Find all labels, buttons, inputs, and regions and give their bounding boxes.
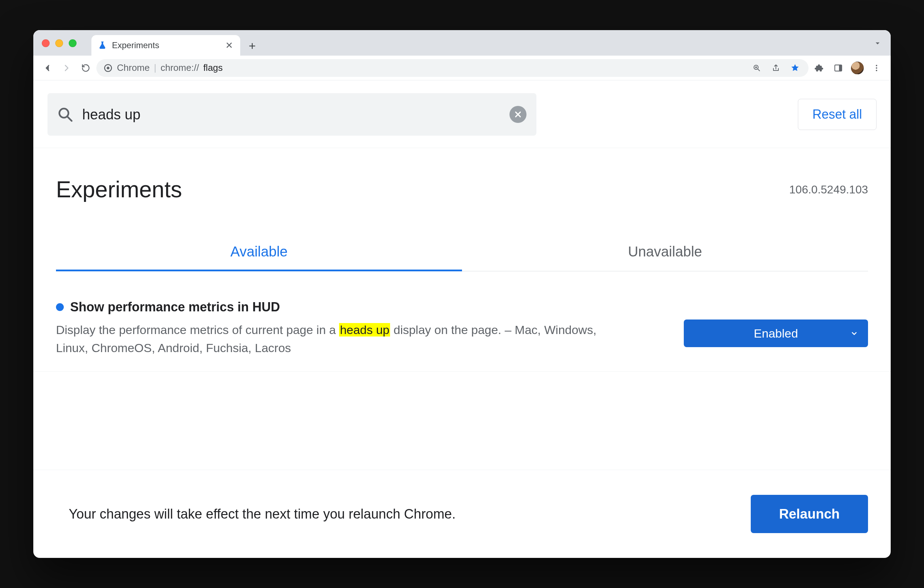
browser-window: Experiments ✕ + Chrome | chrome://flags <box>33 30 891 558</box>
back-icon[interactable] <box>39 59 56 76</box>
share-icon[interactable] <box>769 62 782 74</box>
flag-tabs: Available Unavailable <box>56 234 868 271</box>
tab-unavailable-label: Unavailable <box>628 244 702 259</box>
omnibox[interactable]: Chrome | chrome://flags <box>96 59 808 77</box>
version-text: 106.0.5249.103 <box>789 183 868 196</box>
kebab-menu-icon[interactable] <box>868 59 885 76</box>
flag-title-row: Show performance metrics in HUD <box>56 300 670 315</box>
svg-point-11 <box>876 70 877 71</box>
relaunch-button-label: Relaunch <box>779 507 840 521</box>
flag-search-input[interactable] <box>81 106 501 123</box>
relaunch-button[interactable]: Relaunch <box>751 495 868 533</box>
flag-desc-before: Display the performance metrics of curre… <box>56 323 339 336</box>
flag-text: Show performance metrics in HUD Display … <box>56 300 670 357</box>
svg-point-10 <box>876 67 877 69</box>
omnibox-url-prefix: chrome:// <box>160 63 199 73</box>
close-tab-icon[interactable]: ✕ <box>225 41 233 50</box>
svg-line-13 <box>68 117 72 121</box>
bookmark-star-icon[interactable] <box>789 62 802 74</box>
tab-available-label: Available <box>230 244 288 259</box>
svg-rect-8 <box>839 65 842 71</box>
zoom-icon[interactable] <box>751 62 763 74</box>
flag-state-select[interactable]: Enabled <box>684 320 868 347</box>
tab-unavailable[interactable]: Unavailable <box>462 234 868 271</box>
svg-point-9 <box>876 65 877 66</box>
omnibox-separator: | <box>154 63 156 73</box>
flask-icon <box>98 41 107 50</box>
flag-description: Display the performance metrics of curre… <box>56 321 609 357</box>
reload-icon[interactable] <box>77 59 94 76</box>
titlebar: Experiments ✕ + <box>33 30 891 56</box>
flag-item: Show performance metrics in HUD Display … <box>33 271 891 372</box>
omnibox-url-path: flags <box>203 63 223 73</box>
svg-point-1 <box>107 67 109 69</box>
omnibox-site-label: Chrome <box>117 63 150 73</box>
reset-all-button[interactable]: Reset all <box>798 99 876 130</box>
flag-desc-highlight: heads up <box>339 323 390 336</box>
minimize-window-button[interactable] <box>55 40 63 47</box>
forward-icon <box>58 59 75 76</box>
browser-toolbar: Chrome | chrome://flags <box>33 56 891 81</box>
flag-search-box[interactable] <box>48 93 536 136</box>
tab-title: Experiments <box>112 40 220 50</box>
flag-title: Show performance metrics in HUD <box>70 300 280 315</box>
relaunch-bar: Your changes will take effect the next t… <box>33 470 891 558</box>
chevron-down-icon <box>850 329 859 338</box>
tab-available[interactable]: Available <box>56 234 462 271</box>
omnibox-actions <box>751 62 802 74</box>
maximize-window-button[interactable] <box>69 40 76 47</box>
browser-tab[interactable]: Experiments ✕ <box>91 35 240 56</box>
site-settings-icon[interactable] <box>104 63 113 72</box>
tab-list-chevron-icon[interactable] <box>873 39 882 48</box>
page-content: Reset all Experiments 106.0.5249.103 Ava… <box>33 81 891 558</box>
svg-point-12 <box>59 109 69 118</box>
new-tab-button[interactable]: + <box>244 37 261 54</box>
close-window-button[interactable] <box>42 40 50 47</box>
clear-search-icon[interactable] <box>510 106 526 123</box>
page-header: Experiments 106.0.5249.103 <box>33 148 891 206</box>
relaunch-message: Your changes will take effect the next t… <box>69 507 455 522</box>
search-row: Reset all <box>33 81 891 148</box>
reset-all-label: Reset all <box>812 107 862 122</box>
flag-state-value: Enabled <box>754 326 798 340</box>
side-panel-icon[interactable] <box>830 59 847 76</box>
profile-avatar[interactable] <box>849 59 866 76</box>
svg-line-4 <box>758 69 760 71</box>
window-controls <box>42 40 76 47</box>
extensions-icon[interactable] <box>811 59 828 76</box>
search-icon <box>58 107 73 122</box>
page-title: Experiments <box>56 176 182 203</box>
status-dot-icon <box>56 303 64 311</box>
